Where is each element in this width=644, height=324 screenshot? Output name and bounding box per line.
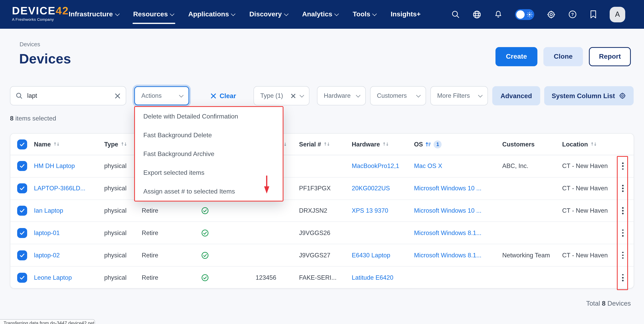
device-row: laptop-02 physical Retire J9VGGS27 E6430… [10, 244, 634, 267]
close-icon[interactable] [291, 93, 296, 98]
filter-chip-type-1-[interactable]: Type (1) [254, 86, 310, 105]
row-kebab-menu[interactable] [618, 207, 628, 214]
filter-chip-more-filters[interactable]: More Filters [430, 86, 488, 105]
column-header-name[interactable]: Name↑↓ [34, 141, 59, 148]
search-input[interactable] [26, 92, 111, 100]
in-service-check-icon [201, 229, 209, 237]
create-button[interactable]: Create [496, 47, 538, 66]
nav-menu: Infrastructure Resources Applications Di… [69, 0, 420, 29]
device42-logo[interactable]: DEVICE42 A Freshworks Company [12, 5, 69, 21]
device-name-link[interactable]: laptop-01 [34, 229, 60, 237]
device-hardware-link[interactable]: E6430 Laptop [352, 252, 390, 259]
device-os-link[interactable]: Microsoft Windows 8.1... [414, 252, 482, 259]
nav-item-insights[interactable]: Insights+ [391, 10, 420, 18]
system-column-list-button[interactable]: System Column List [544, 86, 634, 105]
top-navbar: DEVICE42 A Freshworks Company Infrastruc… [0, 0, 644, 29]
device-name-link[interactable]: Ian Laptop [34, 207, 63, 214]
nav-item-infrastructure[interactable]: Infrastructure [69, 10, 119, 18]
device-action: Retire [142, 252, 158, 259]
row-kebab-menu[interactable] [618, 252, 628, 259]
device-os-link[interactable]: Microsoft Windows 10 ... [414, 185, 482, 192]
device-name-link[interactable]: LAPTOP-3I66LD... [34, 185, 86, 192]
clear-search-icon[interactable] [114, 93, 120, 99]
bell-icon[interactable] [494, 10, 503, 19]
nav-icons: ? A [451, 0, 625, 29]
clone-button[interactable]: Clone [544, 47, 583, 66]
actions-dropdown-button[interactable]: Actions [134, 86, 189, 105]
search-icon[interactable] [451, 10, 460, 19]
row-kebab-menu[interactable] [618, 274, 628, 281]
row-kebab-menu[interactable] [618, 163, 628, 170]
gear-icon[interactable] [546, 10, 556, 19]
actions-menu-item[interactable]: Fast Background Delete [135, 126, 283, 144]
device-name-link[interactable]: HM DH Laptop [34, 163, 75, 170]
actions-menu-item[interactable]: Assign asset # to selected Items [135, 182, 283, 201]
row-kebab-menu[interactable] [618, 229, 628, 237]
chevron-down-icon [115, 11, 120, 16]
row-checkbox[interactable] [17, 206, 27, 216]
toggle-knob [516, 10, 524, 18]
report-button[interactable]: Report [589, 47, 631, 66]
theme-toggle[interactable] [515, 9, 534, 20]
close-icon [210, 93, 216, 99]
device-hardware-link[interactable]: 20KG0022US [352, 185, 390, 192]
breadcrumb[interactable]: Devices [20, 41, 40, 47]
logo-wordmark: DEVICE42 [12, 5, 69, 16]
actions-menu-item[interactable]: Delete with Detailed Confirmation [135, 107, 283, 126]
chevron-down-icon [300, 93, 304, 98]
row-checkbox[interactable] [17, 183, 27, 193]
row-kebab-menu[interactable] [618, 185, 628, 192]
column-header-hardware[interactable]: Hardware↑↓ [352, 141, 388, 148]
device-name-link[interactable]: Leone Laptop [34, 274, 72, 281]
app-window: DEVICE42 A Freshworks Company Infrastruc… [0, 0, 644, 324]
device-location: CT - New Haven [562, 252, 608, 259]
globe-icon[interactable] [472, 10, 482, 19]
nav-item-resources[interactable]: Resources [133, 10, 174, 18]
nav-item-analytics[interactable]: Analytics [302, 10, 338, 18]
device-os-link[interactable]: Microsoft Windows 10 ... [414, 207, 482, 214]
row-checkbox[interactable] [17, 250, 27, 260]
bookmark-icon[interactable] [589, 10, 597, 19]
device-os-link[interactable]: Microsoft Windows 8.1... [414, 229, 482, 237]
page-title: Devices [19, 51, 71, 67]
help-icon[interactable]: ? [568, 10, 577, 19]
filter-chip-customers[interactable]: Customers [370, 86, 426, 105]
chevron-down-icon [284, 11, 288, 16]
select-all-checkbox[interactable] [17, 139, 27, 149]
column-header-customers[interactable]: Customers [502, 141, 534, 148]
column-header-os[interactable]: OS 1 [414, 140, 442, 148]
nav-item-discovery[interactable]: Discovery [249, 10, 288, 18]
sun-icon [526, 11, 532, 17]
browser-status-bar: Transferring data from do-3447.device42.… [0, 319, 95, 324]
actions-menu-item[interactable]: Export selected items [135, 163, 283, 182]
actions-menu-item[interactable]: Fast Background Archive [135, 144, 283, 163]
row-checkbox[interactable] [17, 228, 27, 238]
device-row: LAPTOP-3I66LD... physical PF1F3PGX 20KG0… [10, 178, 634, 200]
device-hardware-link[interactable]: Latitude E6420 [352, 274, 394, 281]
nav-item-tools[interactable]: Tools [353, 10, 376, 18]
avatar[interactable]: A [610, 6, 625, 22]
in-service-check-icon [201, 251, 209, 259]
clear-filters-button[interactable]: Clear [210, 86, 236, 105]
device-type: physical [104, 229, 126, 237]
selection-summary: 8 items selected [10, 115, 56, 122]
device-row: HM DH Laptop physical MacBookPro12,1 Mac… [10, 155, 634, 178]
row-checkbox[interactable] [17, 161, 27, 171]
column-header-serial[interactable]: Serial #↑↓ [299, 141, 330, 148]
advanced-button[interactable]: Advanced [492, 86, 540, 105]
device-hardware-link[interactable]: XPS 13 9370 [352, 207, 388, 214]
row-checkbox[interactable] [17, 273, 27, 283]
column-header-location[interactable]: Location↑↓ [562, 141, 596, 148]
device-hardware-link[interactable]: MacBookPro12,1 [352, 163, 399, 170]
chevron-down-icon [334, 11, 339, 16]
nav-item-applications[interactable]: Applications [188, 10, 235, 18]
chevron-down-icon [179, 93, 184, 98]
sort-icon: ↑↓ [382, 142, 388, 147]
filter-chip-hardware[interactable]: Hardware [317, 86, 366, 105]
device-name-link[interactable]: laptop-02 [34, 252, 60, 259]
column-header-type[interactable]: Type↑↓ [104, 141, 127, 148]
device-os-link[interactable]: Mac OS X [414, 163, 442, 170]
header-buttons: Create Clone Report [496, 47, 631, 66]
table-header-row: Name↑↓ Type↑↓ ↑↓ Serial #↑↓ Hardware↑↓ O… [10, 134, 634, 155]
device-serial: PF1F3PGX [299, 185, 331, 192]
